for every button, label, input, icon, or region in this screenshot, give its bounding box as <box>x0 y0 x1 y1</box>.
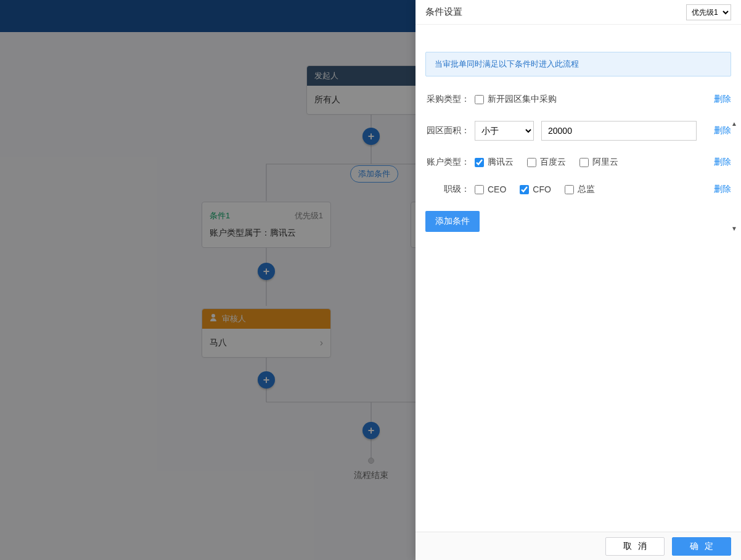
row-rank: 职级： CEO CFO 总监 删除 <box>425 184 731 195</box>
area-operator-select[interactable]: 小于 <box>475 121 534 141</box>
ok-button[interactable]: 确定 <box>672 537 731 556</box>
delete-link[interactable]: 删除 <box>714 125 731 136</box>
delete-link[interactable]: 删除 <box>714 184 731 195</box>
checkbox-director[interactable]: 总监 <box>565 184 595 195</box>
checkbox-input[interactable] <box>565 185 574 194</box>
checkbox-baidu[interactable]: 百度云 <box>527 157 566 168</box>
checkbox-ceo[interactable]: CEO <box>475 184 506 194</box>
checkbox-label: 阿里云 <box>592 157 618 168</box>
panel-body: ▲ ▼ 当审批单同时满足以下条件时进入此流程 采购类型： 新开园区集中采购 删除… <box>416 25 741 532</box>
label-rank: 职级： <box>425 184 470 195</box>
delete-link[interactable]: 删除 <box>714 94 731 105</box>
checkbox-tencent[interactable]: 腾讯云 <box>475 157 514 168</box>
panel-title: 条件设置 <box>425 6 462 18</box>
checkbox-label: 百度云 <box>540 157 566 168</box>
label-area: 园区面积： <box>425 125 470 136</box>
info-bar: 当审批单同时满足以下条件时进入此流程 <box>425 52 731 76</box>
condition-settings-panel: 条件设置 优先级1 ▲ ▼ 当审批单同时满足以下条件时进入此流程 采购类型： 新… <box>416 0 741 560</box>
panel-header: 条件设置 优先级1 <box>416 0 741 25</box>
label-purchase-type: 采购类型： <box>425 94 470 105</box>
panel-footer: 取消 确定 <box>416 532 741 560</box>
checkbox-label: 总监 <box>578 184 595 195</box>
add-condition-button[interactable]: 添加条件 <box>425 211 480 232</box>
priority-select[interactable]: 优先级1 <box>686 4 731 20</box>
checkbox-input[interactable] <box>579 158 589 167</box>
area-value-input[interactable] <box>541 121 697 141</box>
scroll-up-icon[interactable]: ▲ <box>731 121 737 127</box>
checkbox-new-park[interactable]: 新开园区集中采购 <box>475 94 557 105</box>
row-purchase-type: 采购类型： 新开园区集中采购 删除 <box>425 94 731 105</box>
checkbox-label: CEO <box>488 184 506 194</box>
delete-link[interactable]: 删除 <box>714 157 731 168</box>
checkbox-input[interactable] <box>475 95 484 104</box>
checkbox-ali[interactable]: 阿里云 <box>579 157 618 168</box>
checkbox-cfo[interactable]: CFO <box>520 184 551 194</box>
checkbox-label: 腾讯云 <box>488 157 514 168</box>
checkbox-input[interactable] <box>475 185 484 194</box>
scroll-down-icon[interactable]: ▼ <box>731 226 737 232</box>
checkbox-input[interactable] <box>520 185 529 194</box>
checkbox-label: CFO <box>533 184 551 194</box>
cancel-button[interactable]: 取消 <box>605 537 665 556</box>
checkbox-label: 新开园区集中采购 <box>488 94 557 105</box>
label-account-type: 账户类型： <box>425 157 470 168</box>
checkbox-input[interactable] <box>527 158 536 167</box>
checkbox-input[interactable] <box>475 158 484 167</box>
row-area: 园区面积： 小于 删除 <box>425 121 731 141</box>
row-account-type: 账户类型： 腾讯云 百度云 阿里云 删除 <box>425 157 731 168</box>
